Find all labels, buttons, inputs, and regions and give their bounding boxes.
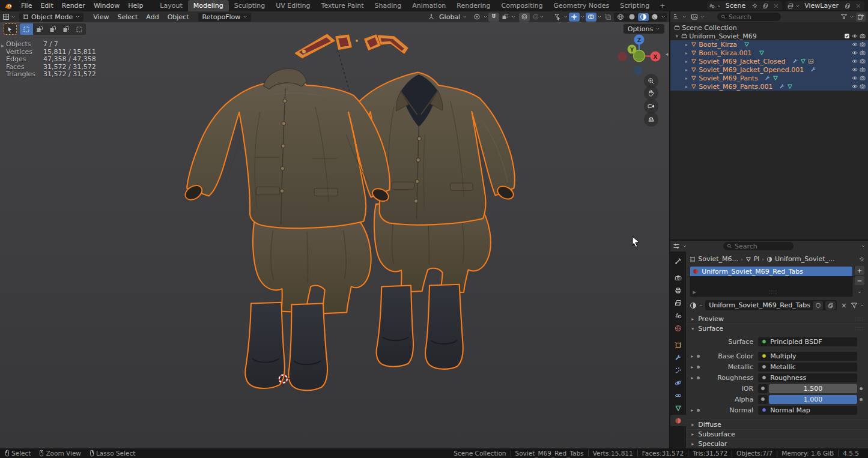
chevron-down-icon[interactable]: [580, 14, 585, 19]
transform-orientation-icon[interactable]: [428, 13, 435, 20]
base-color-input[interactable]: Multiply: [758, 352, 857, 361]
disable-render-icon[interactable]: [860, 83, 866, 89]
scene-name[interactable]: Scene: [723, 2, 748, 10]
ior-slider[interactable]: 1.500: [769, 384, 857, 393]
menu-file[interactable]: File: [17, 0, 36, 11]
new-collection-button[interactable]: [856, 13, 866, 22]
select-mode-invert[interactable]: [59, 23, 73, 35]
alpha-slider[interactable]: 1.000: [769, 395, 857, 404]
shading-wireframe-button[interactable]: [615, 13, 626, 21]
shading-material-preview-button[interactable]: [638, 13, 649, 21]
material-slot-item[interactable]: Uniform_Soviet_M69_Red_Tabs: [690, 267, 852, 276]
new-scene-icon[interactable]: [760, 2, 769, 10]
select-mode-new[interactable]: [20, 23, 33, 35]
menu-add[interactable]: Add: [142, 13, 162, 21]
properties-editor-icon[interactable]: [673, 243, 680, 250]
tab-rendering[interactable]: Rendering: [451, 0, 496, 11]
tab-render[interactable]: [670, 272, 686, 283]
unlink-material-icon[interactable]: [839, 301, 849, 310]
chevron-down-icon[interactable]: [700, 14, 705, 19]
tab-object-data[interactable]: [670, 402, 686, 414]
disable-render-icon[interactable]: [860, 75, 866, 81]
tab-sculpting[interactable]: Sculpting: [229, 0, 270, 11]
expand-icon[interactable]: ▸: [690, 408, 694, 413]
chevron-down-icon[interactable]: [11, 14, 16, 19]
camera-view-button[interactable]: [644, 99, 658, 113]
tab-shading[interactable]: Shading: [369, 0, 407, 11]
roughness-input[interactable]: Roughness: [758, 373, 857, 382]
orientation-dropdown[interactable]: Global: [436, 13, 471, 22]
outliner-display-mode-icon[interactable]: [673, 13, 680, 20]
socket-chip[interactable]: [758, 384, 768, 393]
viewlayer-name[interactable]: ViewLayer: [802, 2, 841, 10]
new-viewlayer-icon[interactable]: [843, 2, 852, 10]
select-mode-extend[interactable]: [33, 23, 46, 35]
expand-icon[interactable]: ▸: [684, 76, 689, 81]
disable-render-icon[interactable]: [860, 67, 866, 73]
add-material-slot-button[interactable]: [855, 266, 864, 275]
expand-icon[interactable]: ▸: [690, 354, 694, 359]
expand-icon[interactable]: ▸: [684, 59, 689, 64]
expand-icon[interactable]: ▸: [690, 364, 694, 370]
chevron-down-icon[interactable]: [511, 14, 516, 19]
proportional-edit-toggle[interactable]: [519, 13, 530, 22]
tab-physics[interactable]: [670, 377, 686, 388]
outliner-viewlayer-icon[interactable]: [691, 13, 698, 20]
outliner-row-object[interactable]: ▸ Soviet_M69_Pants.001: [670, 82, 868, 91]
socket-link-dot[interactable]: [697, 355, 700, 358]
chevron-down-icon[interactable]: [849, 14, 854, 19]
disable-render-icon[interactable]: [860, 58, 866, 64]
expand-icon[interactable]: ▸: [684, 42, 689, 47]
gizmo-neg-z[interactable]: [634, 66, 643, 75]
shading-rendered-button[interactable]: [649, 13, 660, 21]
shoulder-straps-model[interactable]: [296, 35, 407, 58]
editor-type-icon[interactable]: [2, 13, 10, 20]
material-name-field[interactable]: Uniform_Soviet_M69_Red_Tabs: [705, 300, 837, 310]
chevron-down-icon[interactable]: [717, 4, 721, 8]
panel-diffuse[interactable]: ▸Diffuse: [686, 420, 868, 429]
menu-help[interactable]: Help: [124, 0, 147, 11]
outliner-row-object[interactable]: ▸ Boots_Kirza.001: [670, 49, 868, 57]
menu-object[interactable]: Object: [164, 13, 193, 21]
decorator-dot[interactable]: [860, 387, 863, 390]
xray-toggle[interactable]: [602, 13, 613, 22]
menu-view[interactable]: View: [90, 13, 112, 21]
outliner-row-object[interactable]: ▸ Soviet_M69_Jacket_Closed: [670, 57, 868, 65]
show-object-types-filter[interactable]: [552, 13, 563, 22]
tab-tool[interactable]: [670, 255, 686, 267]
menu-select[interactable]: Select: [114, 13, 141, 21]
uniform-model-left[interactable]: [183, 68, 390, 390]
properties-search-input[interactable]: [735, 243, 790, 250]
tab-scripting[interactable]: Scripting: [615, 0, 655, 11]
panel-preview[interactable]: ▸Preview ::::: [686, 314, 868, 324]
hide-viewport-icon[interactable]: [852, 83, 858, 89]
blender-logo-icon[interactable]: [0, 0, 17, 11]
viewport-canvas[interactable]: Objects7 / 7 Vertices15,811 / 15,811 Edg…: [0, 22, 669, 448]
socket-link-dot[interactable]: [697, 376, 700, 379]
tweak-tool-button[interactable]: [4, 23, 17, 35]
fake-user-icon[interactable]: [813, 301, 823, 310]
tab-constraints[interactable]: [670, 390, 686, 401]
chevron-down-icon[interactable]: [483, 14, 488, 19]
tab-material[interactable]: [670, 415, 686, 426]
gizmo-neg-y[interactable]: [634, 50, 645, 62]
panel-specular[interactable]: ▸Specular: [686, 439, 868, 448]
hide-viewport-icon[interactable]: [852, 67, 858, 73]
retopoflow-menu[interactable]: RetopoFlow: [198, 13, 251, 22]
disable-render-icon[interactable]: [860, 33, 866, 39]
tab-modeling[interactable]: Modeling: [188, 0, 229, 11]
filter-icon[interactable]: [851, 302, 858, 309]
panel-surface[interactable]: ▾Surface ::::: [686, 324, 868, 333]
chevron-down-icon[interactable]: [860, 303, 864, 308]
pivot-point-icon[interactable]: [472, 13, 482, 22]
tab-compositing[interactable]: Compositing: [496, 0, 548, 11]
slot-list-expand-icon[interactable]: ▸: [693, 288, 696, 296]
tab-layout[interactable]: Layout: [154, 0, 187, 11]
hide-viewport-icon[interactable]: [852, 58, 858, 64]
browse-material-icon[interactable]: [690, 302, 697, 309]
chevron-down-icon[interactable]: [563, 14, 568, 19]
breadcrumb-mesh[interactable]: Pl: [754, 255, 760, 263]
outliner-row-object[interactable]: ▸ Soviet_M69_Pants: [670, 74, 868, 82]
outliner-search-input[interactable]: [729, 13, 777, 21]
hide-viewport-icon[interactable]: [852, 75, 858, 81]
